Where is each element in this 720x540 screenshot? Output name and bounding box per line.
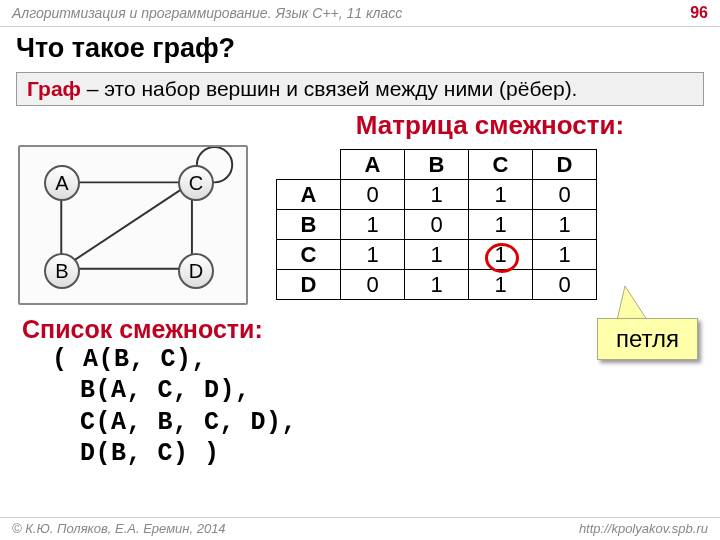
- footer-url: http://kpolyakov.spb.ru: [579, 521, 708, 536]
- matrix-cell: 0: [533, 180, 597, 210]
- page-number: 96: [690, 4, 708, 22]
- matrix-row-header: A: [277, 180, 341, 210]
- matrix-col-header: B: [405, 150, 469, 180]
- definition-box: Граф – это набор вершин и связей между н…: [16, 72, 704, 106]
- matrix-cell: 1: [469, 210, 533, 240]
- matrix-cell: 0: [341, 180, 405, 210]
- matrix-cell: 1: [405, 270, 469, 300]
- svg-line-4: [61, 182, 192, 268]
- matrix-cell: 0: [533, 270, 597, 300]
- matrix-cell: 0: [405, 210, 469, 240]
- graph-node-b: B: [44, 253, 80, 289]
- matrix-col-header: C: [469, 150, 533, 180]
- matrix-cell: 1: [405, 180, 469, 210]
- adjacency-list: ( A(B, C), B(A, C, D), C(A, B, C, D), D(…: [52, 344, 720, 469]
- course-title: Алгоритмизация и программирование. Язык …: [12, 5, 402, 21]
- graph-node-a: A: [44, 165, 80, 201]
- callout-label: петля: [597, 318, 698, 360]
- svg-marker-6: [617, 286, 647, 320]
- footer-bar: © К.Ю. Поляков, Е.А. Еремин, 2014 http:/…: [0, 517, 720, 536]
- adj-line: B(A, C, D),: [80, 375, 720, 406]
- matrix-cell: 1: [469, 240, 533, 270]
- matrix-row-header: B: [277, 210, 341, 240]
- matrix-cell: 1: [405, 240, 469, 270]
- matrix-table: A B C D A 0 1 1 0 B 1 0 1 1 C 1: [276, 149, 597, 300]
- adjacency-matrix-title: Матрица смежности:: [260, 110, 720, 141]
- graph-node-d: D: [178, 253, 214, 289]
- adj-line: D(B, C) ): [80, 438, 720, 469]
- matrix-cell: 1: [341, 240, 405, 270]
- matrix-corner: [277, 150, 341, 180]
- copyright: © К.Ю. Поляков, Е.А. Еремин, 2014: [12, 521, 226, 536]
- definition-term: Граф: [27, 77, 81, 100]
- adj-line: C(A, B, C, D),: [80, 407, 720, 438]
- matrix-row-header: C: [277, 240, 341, 270]
- adjacency-matrix: A B C D A 0 1 1 0 B 1 0 1 1 C 1: [276, 145, 597, 300]
- definition-rest: – это набор вершин и связей между ними (…: [81, 77, 577, 100]
- callout-pointer-icon: [617, 286, 677, 322]
- graph-diagram: A C B D: [18, 145, 248, 305]
- matrix-col-header: D: [533, 150, 597, 180]
- matrix-row-header: D: [277, 270, 341, 300]
- matrix-cell: 1: [469, 180, 533, 210]
- matrix-cell: 1: [533, 240, 597, 270]
- matrix-cell: 1: [469, 270, 533, 300]
- matrix-cell: 1: [533, 210, 597, 240]
- matrix-cell: 1: [341, 210, 405, 240]
- loop-callout: петля: [597, 318, 698, 360]
- graph-node-c: C: [178, 165, 214, 201]
- matrix-col-header: A: [341, 150, 405, 180]
- page-title: Что такое граф?: [0, 27, 720, 66]
- header-bar: Алгоритмизация и программирование. Язык …: [0, 0, 720, 27]
- matrix-cell: 0: [341, 270, 405, 300]
